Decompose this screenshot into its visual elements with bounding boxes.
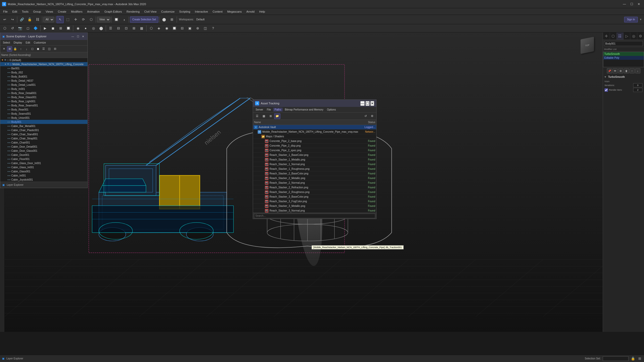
at-menu-server[interactable]: Server [254, 108, 265, 112]
tb2-misc9[interactable]: ? [209, 25, 217, 32]
menu-item-animation[interactable]: Animation [85, 10, 102, 14]
at-title-bar[interactable]: 3 Asset Tracking — ☐ ✕ [253, 100, 376, 107]
se-btn-down[interactable]: ↓ [24, 46, 29, 52]
se-tree-item[interactable]: ●●Cabin_Door_Glass001 [0, 149, 87, 153]
rect-select-button[interactable]: ⬚ [64, 16, 71, 23]
at-menu-options[interactable]: Options [325, 108, 337, 112]
se-tree-item[interactable]: ●●Cabin_Chair_Plastic001 [0, 128, 87, 132]
unlink-button[interactable]: 🔓 [26, 16, 33, 23]
mod-move-up-button[interactable]: ↑ [630, 68, 635, 73]
at-row[interactable]: 📷Reach_Stacker_2_BaseColor.pngFound [253, 171, 376, 176]
se-maximize[interactable]: ☐ [76, 34, 80, 39]
at-row[interactable]: 📷Reach_Stacker_1_Normal.pngFound [253, 162, 376, 167]
menu-item-megascans[interactable]: Megascans [225, 10, 244, 14]
mod-move-down-button[interactable]: ↓ [635, 68, 640, 73]
at-btn3[interactable]: ⊞ [267, 113, 274, 119]
at-btn4[interactable]: 📁 [274, 113, 280, 119]
se-tree-item[interactable]: ●●Body_Seams001 [0, 112, 87, 116]
tb2-misc4[interactable]: 🔲 [171, 25, 178, 32]
at-row[interactable]: 📷Reach_Stacker_1_BaseColor.pngFound [253, 153, 376, 157]
tb2-btn4[interactable]: ◻ [24, 25, 31, 32]
link-button[interactable]: 🔗 [18, 16, 26, 23]
modifier-turbosmooth[interactable]: TurboSmooth [603, 52, 644, 56]
at-row[interactable]: 📷Reach_Stacker_3_Metallic.pngFound [253, 204, 376, 208]
se-tree-item[interactable]: ●●Body_Detail_Low001 [0, 83, 87, 87]
tb2-misc7[interactable]: ⊛ [194, 25, 201, 32]
tb2-btn3[interactable]: 📷 [17, 25, 24, 32]
object-name-input[interactable] [604, 41, 643, 46]
menu-item-civil-view[interactable]: Civil View [142, 10, 158, 14]
mirror-button[interactable]: ⬤ [161, 16, 168, 23]
at-row[interactable]: 📷Reach_Stacker_1_Roughness.pngFound [253, 167, 376, 171]
ts-render-iters-input[interactable] [633, 88, 642, 92]
maximize-button[interactable]: ☐ [629, 1, 635, 7]
se-tree-item[interactable]: ●●Cabin_Glass_Door_In001 [0, 161, 87, 165]
se-tree-item[interactable]: ●●Cabin_Floor001 [0, 157, 87, 161]
at-row[interactable]: 📷Reach_Stacker_2_Normal.pngFound [253, 181, 376, 185]
se-tree-item[interactable]: ●●Body_002 [0, 70, 87, 74]
cmd-tab-hierarchy[interactable]: ☷ [617, 32, 624, 40]
se-tree-item[interactable]: ●●Body_Rear_Seams001 [0, 103, 87, 107]
se-tree-item[interactable]: ●●Cabin_Chair_Strap001 [0, 136, 87, 140]
se-menu-select[interactable]: Select [1, 41, 12, 45]
at-row[interactable]: 📷Reach_Stacker_3_FogColor.pngFound [253, 199, 376, 204]
mod-pin-button[interactable]: 📌 [607, 68, 612, 73]
at-row[interactable]: 📷Reach_Stacker_2_Metallic.pngFound [253, 176, 376, 181]
se-close[interactable]: ✕ [81, 34, 85, 39]
se-tree-item[interactable]: ●●Body_In001 [0, 87, 87, 91]
at-close[interactable]: ✕ [370, 101, 374, 106]
se-tree-item[interactable]: ●●Body_Bolt001 [0, 74, 87, 79]
menu-item-edit[interactable]: Edit [10, 10, 19, 14]
tb2-btn1[interactable]: ⬡ [1, 25, 8, 32]
se-tree-item[interactable]: ●●Cabin_Bar_Metal001 [0, 124, 87, 128]
at-row[interactable]: 📷Reach_Stacker_2_Roughness.pngFound [253, 190, 376, 195]
tb2-misc8[interactable]: ◫ [202, 25, 209, 32]
modifier-editable-poly[interactable]: Editable Poly [603, 56, 644, 60]
mod-delete-button[interactable]: 🗑 [624, 68, 629, 73]
menu-item-views[interactable]: Views [44, 10, 55, 14]
ts-iterations-input[interactable] [633, 83, 642, 87]
se-tree-item[interactable]: ●●Body_Rear_Glass001 [0, 95, 87, 99]
menu-item-tools[interactable]: Tools [20, 10, 31, 14]
tb2-render2[interactable]: ◼ [49, 25, 56, 32]
se-tree-item[interactable]: ●●Cabin_Door001 [0, 153, 87, 157]
se-btn-layers[interactable]: ☰ [41, 46, 46, 52]
at-menu-bitmap-perf[interactable]: Bitmap Performance and Memory [283, 108, 325, 112]
scene-explorer-title-bar[interactable]: ▣ Scene Explorer - Layer Explorer — ☐ ✕ [0, 33, 87, 40]
menu-item-create[interactable]: Create [56, 10, 68, 14]
tb2-misc2[interactable]: ◈ [155, 25, 162, 32]
undo-button[interactable]: ↩ [1, 16, 8, 23]
create-selection-button[interactable]: Create Selection Set [130, 16, 158, 23]
snap3d-toggle[interactable]: ₃ [120, 16, 128, 23]
se-tree-item[interactable]: ▼👁◻Mobile_Reachstacker_Nielsen_NCN_180TH… [0, 62, 87, 66]
at-tree[interactable]: VAutodesk VaultLogged...MMobile_Reachsta… [253, 125, 376, 213]
menu-item-scripting[interactable]: Scripting [177, 10, 192, 14]
redo-button[interactable]: ↪ [9, 16, 16, 23]
tb2-vp3[interactable]: ⊡ [123, 25, 130, 32]
se-tree-item[interactable]: ●●Cabin_In001 [0, 173, 87, 178]
ts-render-iters-checkbox[interactable] [605, 88, 608, 92]
se-tree-item[interactable]: ●●Body001 [0, 120, 87, 124]
se-btn-sort[interactable]: ⊟ [52, 46, 58, 52]
menu-item-arnold[interactable]: Arnold [244, 10, 257, 14]
cmd-tab-modify[interactable]: ⬡ [610, 32, 617, 40]
menu-item-group[interactable]: Group [31, 10, 43, 14]
tb2-render1[interactable]: ▶ [42, 25, 49, 32]
se-btn-arrow[interactable]: ↑ [18, 46, 23, 52]
at-row[interactable]: 📷Concrete_Pipe_2_disp.pngFound [253, 144, 376, 148]
move-button[interactable]: ✛ [72, 16, 79, 23]
at-menu-file[interactable]: File [265, 108, 272, 112]
se-tree-item[interactable]: ▼👁◻0 (default) [0, 58, 87, 62]
se-btn-eye1[interactable]: ◻ [30, 46, 35, 52]
se-btn-x[interactable]: ✕ [1, 46, 6, 52]
at-row[interactable]: 📷Concrete_Pipe_2_base.pngFound [253, 139, 376, 144]
menu-item-rendering[interactable]: Rendering [125, 10, 142, 14]
tb2-misc3[interactable]: ◉ [163, 25, 170, 32]
status-lock-button[interactable]: 🔒 [631, 356, 635, 361]
se-tree-item[interactable]: ●●Cabin_Joystick001 [0, 178, 87, 182]
se-minimize[interactable]: — [70, 34, 75, 39]
scale-button[interactable]: ⬡ [87, 16, 95, 23]
menu-item-file[interactable]: File [1, 10, 10, 14]
tb2-render3[interactable]: ⊞ [57, 25, 64, 32]
se-tree-item[interactable]: ●●Body_Rear_Light001 [0, 99, 87, 103]
